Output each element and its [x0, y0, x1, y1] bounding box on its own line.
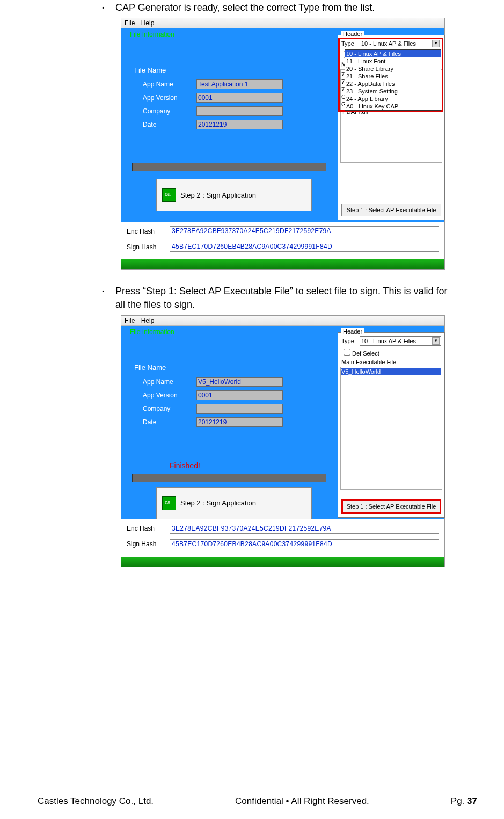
file-info-panel: File Information File Name App Name Test… — [121, 28, 444, 222]
date-label: Date — [143, 121, 196, 128]
enc-hash-label: Enc Hash — [127, 228, 170, 235]
bullet-icon: ▪ — [102, 285, 115, 296]
type-value: 10 - Linux AP & Files — [361, 338, 416, 344]
enc-hash-value: 3E278EA92CBF937370A24E5C219DF2172592E79A — [170, 524, 439, 534]
dropdown-item[interactable]: 24 - App Library — [345, 95, 441, 103]
menubar: File Help — [121, 18, 444, 28]
footer-page: Pg. 37 — [451, 796, 477, 807]
file-list-item[interactable]: V5_HelloWorld — [341, 368, 441, 375]
main-exec-label: Main Executable File — [341, 359, 441, 365]
file-list[interactable]: V5_HelloWorld — [340, 367, 442, 490]
dropdown-arrow-icon: ▾ — [432, 337, 440, 345]
type-select[interactable]: 10 - Linux AP & Files ▾ — [360, 39, 441, 48]
cap-generator-window-1: File Help File Information File Name App… — [121, 18, 445, 270]
sign-icon — [162, 188, 176, 202]
dropdown-item[interactable]: 11 - Linux Font — [345, 57, 441, 65]
file-name-label: File Name — [134, 66, 166, 74]
dropdown-item[interactable]: 21 - Share Files — [345, 73, 441, 80]
app-version-label: App Version — [143, 392, 196, 399]
dropdown-item[interactable]: 20 - Share Library — [345, 65, 441, 73]
header-group: Header Type 10 - Linux AP & Files ▾ Def … — [338, 332, 445, 518]
menu-file[interactable]: File — [125, 19, 135, 27]
file-information-label: File Information — [130, 328, 174, 336]
sign-hash-label: Sign Hash — [127, 243, 170, 251]
dropdown-arrow-icon: ▾ — [432, 40, 440, 47]
date-field[interactable]: 20121219 — [196, 120, 283, 129]
def-select-label: Def Select — [352, 350, 379, 357]
instruction-text-2: Press “Step 1: Select AP Executable File… — [115, 285, 456, 311]
company-label: Company — [143, 405, 196, 412]
progress-bar — [132, 163, 326, 171]
file-info-panel: File Information File Name App Name V5_H… — [121, 326, 444, 519]
enc-hash-label: Enc Hash — [127, 525, 170, 532]
type-label: Type — [341, 40, 357, 47]
app-version-label: App Version — [143, 94, 196, 102]
menu-file[interactable]: File — [125, 317, 135, 324]
hash-panel: Enc Hash 3E278EA92CBF937370A24E5C219DF21… — [121, 519, 444, 557]
type-label: Type — [341, 338, 357, 344]
type-dropdown-list[interactable]: 10 - Linux AP & Files11 - Linux Font20 -… — [345, 49, 441, 111]
sign-hash-label: Sign Hash — [127, 540, 170, 548]
step1-select-button[interactable]: Step 1 : Select AP Executable File — [341, 499, 441, 514]
sign-icon — [162, 496, 176, 510]
date-field[interactable]: 20121219 — [196, 417, 283, 427]
type-select[interactable]: 10 - Linux AP & Files ▾ — [360, 336, 441, 346]
status-bar — [121, 259, 444, 269]
menu-help[interactable]: Help — [141, 317, 155, 324]
page-footer: Castles Technology Co., Ltd. Confidentia… — [38, 796, 477, 807]
cap-generator-window-2: File Help File Information File Name App… — [121, 315, 445, 567]
company-label: Company — [143, 107, 196, 115]
enc-hash-value: 3E278EA92CBF937370A24E5C219DF2172592E79A — [170, 226, 439, 236]
footer-company: Castles Technology Co., Ltd. — [38, 796, 154, 807]
sign-hash-value: 45B7EC170D7260EB4B28AC9A00C374299991F84D — [170, 242, 439, 252]
header-group: Header Type 10 - Linux AP & Files ▾ Def … — [338, 35, 445, 220]
def-select-row: Def Select — [341, 347, 441, 357]
progress-bar — [132, 474, 326, 482]
type-value: 10 - Linux AP & Files — [361, 40, 416, 47]
file-name-label: File Name — [134, 364, 166, 372]
step2-label: Step 2 : Sign Application — [180, 499, 256, 507]
dropdown-item[interactable]: A0 - Linux Key CAP — [345, 103, 441, 110]
footer-confidential: Confidential • All Right Reserved. — [235, 796, 369, 807]
step2-sign-button[interactable]: Step 2 : Sign Application — [156, 487, 312, 519]
step1-select-button[interactable]: Step 1 : Select AP Executable File — [341, 204, 441, 216]
menu-help[interactable]: Help — [141, 19, 155, 27]
finished-label: Finished! — [170, 461, 200, 470]
status-bar — [121, 557, 444, 567]
file-information-label: File Information — [130, 31, 174, 38]
app-name-field[interactable]: Test Application 1 — [196, 79, 283, 89]
app-name-field[interactable]: V5_HelloWorld — [196, 377, 283, 387]
def-select-checkbox[interactable] — [344, 349, 350, 356]
app-version-field[interactable]: 0001 — [196, 93, 283, 103]
company-field[interactable] — [196, 404, 283, 414]
instruction-text-1: CAP Generator is ready, select the corre… — [115, 1, 375, 15]
header-title: Header — [341, 328, 364, 335]
app-name-label: App Name — [143, 378, 196, 386]
dropdown-item[interactable]: 23 - System Setting — [345, 88, 441, 95]
app-version-field[interactable]: 0001 — [196, 390, 283, 400]
step2-sign-button[interactable]: Step 2 : Sign Application — [156, 179, 312, 211]
dropdown-item[interactable]: 22 - AppData Files — [345, 80, 441, 88]
bullet-icon: ▪ — [102, 1, 115, 12]
menubar: File Help — [121, 316, 444, 326]
hash-panel: Enc Hash 3E278EA92CBF937370A24E5C219DF21… — [121, 222, 444, 259]
step2-label: Step 2 : Sign Application — [180, 191, 256, 199]
dropdown-item[interactable]: 10 - Linux AP & Files — [345, 50, 441, 57]
header-title: Header — [341, 31, 364, 37]
company-field[interactable] — [196, 106, 283, 116]
sign-hash-value: 45B7EC170D7260EB4B28AC9A00C374299991F84D — [170, 539, 439, 549]
app-name-label: App Name — [143, 81, 196, 88]
date-label: Date — [143, 418, 196, 426]
